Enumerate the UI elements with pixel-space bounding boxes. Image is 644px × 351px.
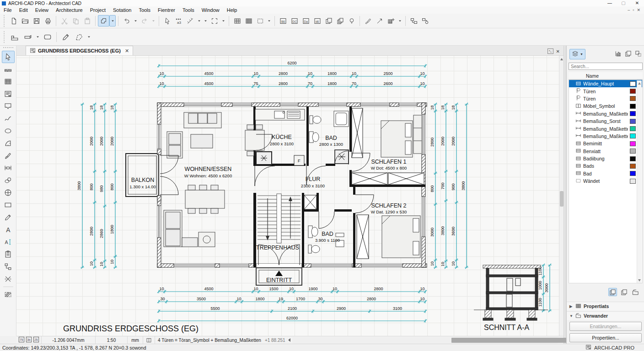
bulb-button[interactable]: [346, 15, 357, 27]
tool-protractor[interactable]: [2, 137, 15, 149]
table-grid-button[interactable]: [243, 15, 254, 27]
layer-color-swatch[interactable]: [630, 164, 636, 169]
layer-row-7[interactable]: Bemaßung_Maßketten: [569, 133, 642, 140]
menu-fientrer[interactable]: Fientrer: [154, 7, 179, 13]
undo-button[interactable]: [121, 15, 132, 27]
tool-text-panel[interactable]: [2, 88, 15, 100]
menu-eview[interactable]: Eview: [32, 7, 52, 13]
layer-color-swatch[interactable]: [630, 149, 636, 154]
search-input[interactable]: [569, 63, 643, 70]
layer-row-11[interactable]: Bads: [569, 162, 642, 170]
panel-b6-button[interactable]: B6: [277, 15, 289, 27]
mdi-minimize-button[interactable]: –: [628, 8, 630, 12]
tool-scissors-x[interactable]: [2, 273, 15, 285]
menu-help[interactable]: Help: [223, 7, 241, 13]
tool-brush[interactable]: [2, 149, 15, 162]
mdi-close-button[interactable]: ✕: [637, 8, 640, 12]
layer-color-swatch[interactable]: [630, 141, 636, 146]
panel-d6-button[interactable]: d6: [311, 15, 323, 27]
tool-rect-tool[interactable]: [2, 199, 15, 211]
canvas-vertical-scrollbar[interactable]: [559, 56, 564, 336]
paste-button[interactable]: [81, 15, 93, 27]
tool-callout[interactable]: [2, 100, 15, 112]
tool-sphere-grid[interactable]: [2, 186, 15, 199]
panel-dc-button[interactable]: DC: [289, 15, 300, 27]
panel-da-button[interactable]: Da: [300, 15, 311, 27]
pen-set-icon[interactable]: 75: [18, 336, 25, 344]
menu-project[interactable]: Project: [86, 7, 109, 13]
open-layer-icon[interactable]: [631, 288, 640, 296]
drawing-canvas[interactable]: 6200104500102800101800102500101045007528…: [16, 56, 559, 336]
chain-dimension-button[interactable]: [184, 15, 196, 27]
poly-arrow-button[interactable]: [72, 30, 86, 43]
copy-frame-button[interactable]: [323, 15, 334, 27]
tool-text-cursor[interactable]: A: [2, 236, 15, 248]
group-frame-button[interactable]: [209, 15, 220, 27]
menu-tools[interactable]: Tools: [179, 7, 198, 13]
dropdown-button[interactable]: [202, 15, 209, 27]
open-folder-button[interactable]: [19, 15, 31, 27]
layer-color-swatch[interactable]: [630, 179, 636, 184]
boolean-select-button[interactable]: [98, 15, 109, 27]
minimize-button[interactable]: —: [603, 0, 617, 6]
tool-hatch-rect[interactable]: [2, 288, 15, 301]
layer-row-3[interactable]: Móbel_Symbol: [569, 102, 642, 110]
round-rect-button[interactable]: [41, 30, 54, 43]
tool-ellipse[interactable]: [2, 125, 15, 137]
tool-table-grid[interactable]: [2, 75, 15, 88]
layer-color-swatch[interactable]: [630, 81, 636, 86]
unlink-pages-icon[interactable]: [635, 50, 642, 58]
layer-color-swatch[interactable]: [630, 119, 636, 124]
dropdown-button[interactable]: [220, 15, 226, 27]
tool-node-link[interactable]: [2, 261, 15, 273]
layer-color-swatch[interactable]: [630, 96, 636, 101]
layer-color-swatch[interactable]: [630, 126, 636, 131]
copy-pages-icon[interactable]: [625, 50, 632, 58]
layer-color-swatch[interactable]: [630, 111, 636, 116]
wall-corner-button[interactable]: [8, 30, 21, 43]
bar-chart-icon[interactable]: [615, 50, 622, 58]
layer-color-swatch[interactable]: [630, 133, 636, 138]
layer-row-6[interactable]: Bemaßung_Maßketten: [569, 125, 642, 132]
layers-menu-button[interactable]: ▼: [569, 49, 585, 59]
menu-edit[interactable]: Edit: [16, 7, 32, 13]
snap-numeric-button[interactable]: a3: [173, 15, 184, 27]
cut-button[interactable]: [59, 15, 70, 27]
dropdown-button[interactable]: [86, 30, 92, 43]
tab-grundriss-erdgeschoss[interactable]: GRUNDRISS ERDGESCHOSS (EG) ✕: [26, 46, 133, 55]
dropdown-button[interactable]: [150, 15, 156, 27]
layer-row-9[interactable]: Benxiatt: [569, 148, 642, 155]
layer-row-2[interactable]: Türen: [569, 95, 642, 102]
copy-button[interactable]: [70, 15, 81, 27]
redo-button[interactable]: [139, 15, 150, 27]
layer-combination-icon[interactable]: [608, 288, 617, 296]
section-verwander[interactable]: ▼ Verwander: [567, 311, 644, 320]
layer-color-swatch[interactable]: [630, 104, 636, 109]
stack-frame-button[interactable]: [334, 15, 346, 27]
scale-value[interactable]: 1:50: [96, 336, 128, 344]
tool-cursor[interactable]: [2, 51, 15, 63]
unit-value[interactable]: mm: [128, 336, 143, 344]
palette-grip[interactable]: [3, 47, 13, 50]
layer-row-12[interactable]: Bad: [569, 170, 642, 177]
canvas-close-icon[interactable]: ✕: [556, 49, 560, 54]
menu-architecture[interactable]: Architecture: [52, 7, 86, 13]
tool-mug-3d[interactable]: [2, 174, 15, 186]
layer-row-4[interactable]: Bemaßung_Maßketten: [569, 110, 642, 117]
marquee-button[interactable]: [254, 15, 266, 27]
scroll-up-icon[interactable]: [560, 58, 563, 60]
dropdown-button[interactable]: [266, 15, 272, 27]
enatarungen-button[interactable]: Enatärungen...: [569, 322, 642, 331]
list-scroll-up-icon[interactable]: [638, 82, 641, 85]
dropdown-button[interactable]: [397, 15, 403, 27]
line-set-icon[interactable]: 25: [33, 336, 39, 344]
section-properties[interactable]: ▶ Propertiats: [567, 302, 644, 310]
layer-row-10[interactable]: Badiibung: [569, 155, 642, 162]
save-button[interactable]: [31, 15, 42, 27]
close-button[interactable]: ✕: [630, 0, 644, 6]
dropdown-button[interactable]: [34, 30, 41, 43]
mdi-restore-button[interactable]: ▫: [633, 8, 634, 12]
layer-row-8[interactable]: Bemimitt: [569, 140, 642, 147]
canvas-horizontal-scrollbar[interactable]: [292, 337, 558, 344]
layer-color-swatch[interactable]: [630, 89, 636, 94]
